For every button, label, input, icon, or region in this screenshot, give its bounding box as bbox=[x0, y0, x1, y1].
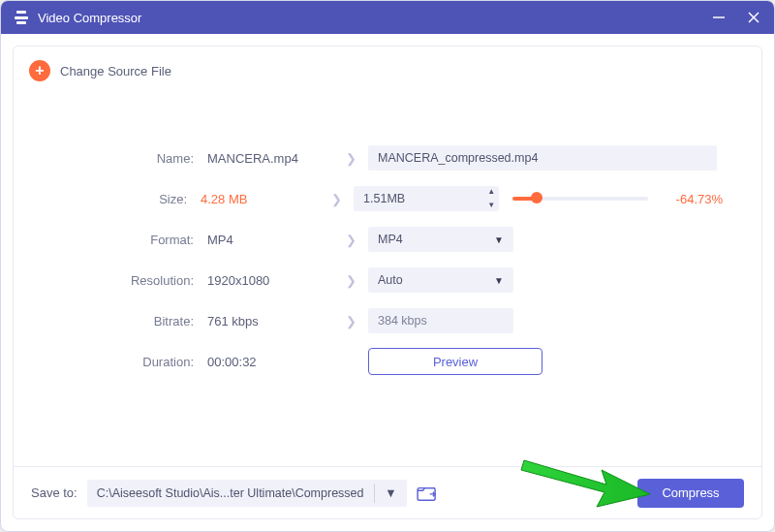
save-path-value: C:\Aiseesoft Studio\Ais...ter Ultimate\C… bbox=[97, 486, 364, 500]
footer: Save to: C:\Aiseesoft Studio\Ais...ter U… bbox=[14, 466, 761, 518]
change-source-row[interactable]: + Change Source File bbox=[14, 47, 761, 91]
bitrate-output: 384 kbps bbox=[368, 308, 513, 333]
label-format: Format: bbox=[52, 233, 207, 247]
chevron-down-icon: ▼ bbox=[494, 235, 504, 245]
src-name: MANCERA.mp4 bbox=[207, 151, 333, 166]
src-bitrate: 761 kbps bbox=[207, 314, 333, 329]
chevron-right-icon: ❯ bbox=[346, 273, 356, 288]
preview-button[interactable]: Preview bbox=[368, 348, 542, 375]
change-source-label: Change Source File bbox=[60, 64, 171, 78]
format-select[interactable]: MP4 ▼ bbox=[368, 227, 513, 252]
size-stepper-value: 1.51MB bbox=[363, 192, 405, 205]
plus-icon[interactable]: + bbox=[29, 60, 50, 81]
app-window: Video Compressor + Change Source File Na… bbox=[0, 0, 775, 532]
stepper-buttons[interactable]: ▲ ▼ bbox=[487, 188, 495, 209]
compress-button[interactable]: Compress bbox=[637, 479, 744, 508]
titlebar: Video Compressor bbox=[1, 1, 774, 34]
row-resolution: Resolution: 1920x1080 ❯ Auto ▼ bbox=[52, 260, 723, 300]
src-format: MP4 bbox=[207, 233, 333, 247]
fields: Name: MANCERA.mp4 ❯ Size: 4.28 MB ❯ 1.51… bbox=[14, 91, 761, 382]
src-duration: 00:00:32 bbox=[207, 355, 333, 369]
save-to-label: Save to: bbox=[31, 485, 78, 500]
label-resolution: Resolution: bbox=[52, 273, 207, 288]
stepper-down-icon[interactable]: ▼ bbox=[487, 202, 495, 209]
chevron-down-icon: ▼ bbox=[385, 486, 396, 500]
preview-button-label: Preview bbox=[433, 355, 478, 369]
resolution-select[interactable]: Auto ▼ bbox=[368, 267, 513, 293]
save-path-select[interactable]: C:\Aiseesoft Studio\Ais...ter Ultimate\C… bbox=[87, 480, 407, 507]
resolution-select-value: Auto bbox=[378, 273, 403, 287]
slider-thumb[interactable] bbox=[531, 192, 542, 203]
row-size: Size: 4.28 MB ❯ 1.51MB ▲ ▼ bbox=[52, 178, 723, 219]
bitrate-output-value: 384 kbps bbox=[378, 314, 427, 328]
titlebar-left: Video Compressor bbox=[15, 11, 141, 25]
divider bbox=[374, 484, 375, 503]
minimize-icon[interactable] bbox=[712, 11, 726, 24]
output-name-input[interactable] bbox=[368, 145, 717, 171]
label-bitrate: Bitrate: bbox=[52, 314, 207, 329]
label-duration: Duration: bbox=[52, 355, 207, 369]
compress-button-label: Compress bbox=[662, 485, 719, 500]
src-resolution: 1920x1080 bbox=[207, 273, 333, 288]
app-title: Video Compressor bbox=[38, 11, 141, 25]
stepper-up-icon[interactable]: ▲ bbox=[487, 188, 495, 196]
src-size: 4.28 MB bbox=[201, 192, 321, 206]
label-size: Size: bbox=[52, 192, 201, 206]
row-duration: Duration: 00:00:32 Preview bbox=[52, 341, 723, 382]
open-folder-icon[interactable] bbox=[417, 485, 438, 502]
chevron-down-icon: ▼ bbox=[494, 275, 504, 286]
size-slider-wrap bbox=[512, 197, 648, 201]
chevron-right-icon: ❯ bbox=[346, 314, 356, 329]
chevron-right-icon: ❯ bbox=[346, 151, 356, 166]
row-bitrate: Bitrate: 761 kbps ❯ 384 kbps bbox=[52, 300, 723, 341]
size-slider[interactable] bbox=[512, 197, 648, 201]
close-icon[interactable] bbox=[747, 11, 760, 24]
format-select-value: MP4 bbox=[378, 233, 403, 246]
size-stepper[interactable]: 1.51MB ▲ ▼ bbox=[354, 186, 499, 211]
titlebar-controls bbox=[712, 11, 760, 24]
chevron-right-icon: ❯ bbox=[346, 233, 356, 247]
chevron-right-icon: ❯ bbox=[331, 192, 342, 206]
size-percent: -64.73% bbox=[663, 192, 723, 206]
row-format: Format: MP4 ❯ MP4 ▼ bbox=[52, 219, 723, 260]
label-name: Name: bbox=[52, 151, 207, 166]
row-name: Name: MANCERA.mp4 ❯ bbox=[52, 138, 723, 178]
app-icon bbox=[15, 11, 28, 24]
content-card: + Change Source File Name: MANCERA.mp4 ❯… bbox=[13, 46, 762, 519]
